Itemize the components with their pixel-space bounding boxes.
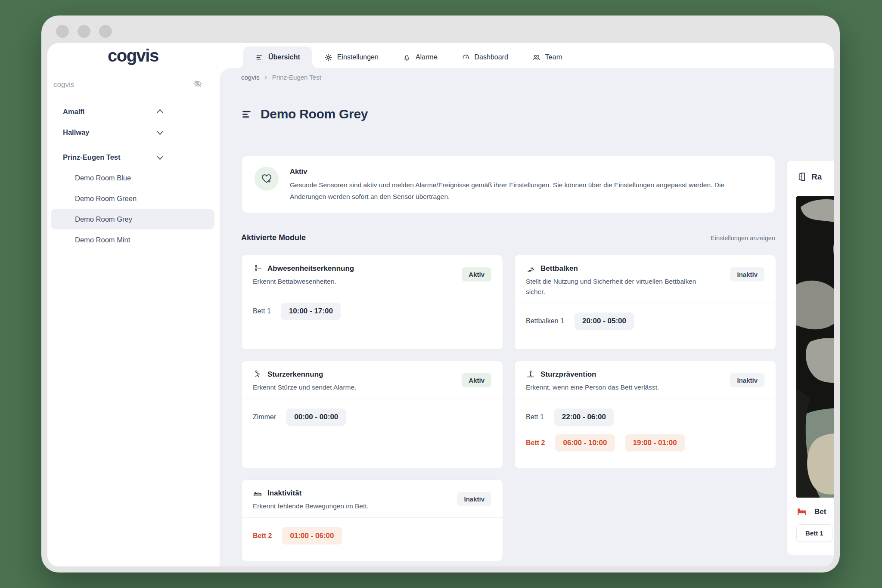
module-name: Abwesenheitserkennung [267, 264, 354, 273]
bed-legend-row: Bet [796, 506, 834, 517]
module-card-sturzpraevention: Sturzprävention Erkennt, wenn eine Perso… [514, 361, 776, 468]
time-range-chip: 22:00 - 06:00 [554, 409, 614, 426]
status-badge: Aktiv [462, 267, 491, 282]
bed-legend-label: Bet [814, 508, 826, 516]
time-range-chip-alert: 01:00 - 06:00 [282, 527, 342, 545]
schedule-label: Zimmer [253, 413, 276, 421]
window-controls [56, 25, 112, 38]
app-header: cogvis Übersicht Einstellungen [47, 43, 834, 68]
room-panel-title: Ra [811, 172, 822, 182]
module-description: Erkennt fehlende Bewegungen im Bett. [253, 501, 369, 511]
schedule-row: Bett 1 22:00 - 06:00 [526, 409, 764, 426]
main-tabs: Übersicht Einstellungen Alarme [243, 43, 574, 68]
show-settings-link[interactable]: Einstellungen anzeigen [711, 235, 775, 241]
breadcrumb-prinz-eugen-test[interactable]: Prinz-Eugen Test [272, 74, 321, 81]
module-name: Inaktivität [267, 489, 301, 498]
bed-rail-icon [526, 264, 535, 273]
chevron-down-icon[interactable] [157, 153, 164, 160]
tab-einstellungen[interactable]: Einstellungen [312, 46, 391, 68]
status-badge: Inaktiv [730, 267, 764, 282]
list-lines-icon [255, 53, 264, 62]
schedule-row-alert: Bett 2 06:00 - 10:00 19:00 - 01:00 [526, 434, 764, 452]
sidebar-item-label: Demo Room Blue [75, 174, 131, 182]
bed-inactivity-icon [253, 489, 262, 498]
module-card-inaktivitaet: Inaktivität Erkennt fehlende Bewegungen … [241, 480, 503, 561]
room-tree: Amalfi Hallway Prinz-Eugen Test Demo Roo… [51, 101, 214, 250]
time-range-chip-alert: 06:00 - 10:00 [555, 434, 615, 452]
schedule-label: Bett 2 [526, 439, 545, 447]
tab-label: Dashboard [475, 53, 508, 61]
sidebar-item-label: Demo Room Mint [75, 236, 130, 244]
sidebar-item-amalfi[interactable]: Amalfi [51, 101, 214, 122]
status-description: Gesunde Sensoren sind aktiv und melden A… [290, 179, 762, 202]
room-view-panel: Ra [786, 160, 834, 555]
modules-section-header: Aktivierte Module Einstellungen anzeigen [241, 233, 775, 242]
time-range-chip-alert: 19:00 - 01:00 [625, 434, 685, 452]
bett-1-button[interactable]: Bett 1 [796, 524, 832, 542]
people-icon [532, 53, 540, 62]
bed-icon [796, 506, 807, 517]
tab-dashboard[interactable]: Dashboard [450, 46, 520, 68]
module-description: Erkennt Stürze und sendet Alarme. [253, 382, 356, 392]
module-description: Erkennt Bettabwesenheiten. [253, 276, 354, 286]
schedule-label: Bett 1 [253, 307, 271, 315]
sidebar-item-demo-room-grey[interactable]: Demo Room Grey [51, 209, 214, 229]
module-description: Stellt die Nutzung und Sicherheit der vi… [526, 276, 707, 297]
modules-section-title: Aktivierte Module [241, 233, 306, 242]
tab-label: Alarme [416, 53, 438, 61]
eye-off-icon [193, 79, 202, 88]
list-lines-icon [241, 108, 253, 120]
app-window: cogvis Übersicht Einstellungen [41, 15, 840, 573]
door-icon [796, 172, 806, 182]
window-close-button[interactable] [56, 25, 69, 38]
status-title: Aktiv [290, 167, 762, 176]
schedule-row: Bett 1 10:00 - 17:00 [253, 303, 491, 320]
tab-team[interactable]: Team [520, 46, 574, 68]
time-range-chip: 10:00 - 17:00 [281, 303, 341, 320]
schedule-row-alert: Bett 2 01:00 - 06:00 [253, 527, 491, 545]
status-badge: Inaktiv [457, 492, 491, 506]
sidebar-item-demo-room-blue[interactable]: Demo Room Blue [51, 167, 214, 188]
status-badge: Aktiv [462, 373, 491, 387]
status-card: Aktiv Gesunde Sensoren sind aktiv und me… [241, 156, 775, 213]
window-minimize-button[interactable] [78, 25, 90, 38]
breadcrumb-cogvis[interactable]: cogvis [241, 74, 260, 81]
heart-plus-icon [255, 167, 279, 191]
logo-area: cogvis [47, 43, 220, 68]
schedule-label: Bettbalken 1 [526, 317, 564, 325]
tab-label: Übersicht [268, 53, 300, 61]
sidebar: cogvis Amalfi Hallw [47, 68, 220, 566]
module-card-sturzerkennung: Sturzerkennung Erkennt Stürze und sendet… [241, 361, 503, 468]
sidebar-item-demo-room-green[interactable]: Demo Room Green [51, 188, 214, 209]
tab-label: Einstellungen [337, 53, 379, 61]
schedule-row: Bettbalken 1 20:00 - 05:00 [526, 313, 764, 330]
sidebar-item-demo-room-mint[interactable]: Demo Room Mint [51, 229, 214, 250]
gear-icon [324, 53, 332, 62]
page-title-row: Demo Room Grey [241, 107, 775, 121]
bell-icon [403, 53, 411, 62]
tab-alarme[interactable]: Alarme [391, 46, 450, 68]
sidebar-item-label: Amalfi [63, 108, 84, 116]
window-maximize-button[interactable] [99, 25, 112, 38]
hide-sidebar-button[interactable] [193, 79, 202, 90]
schedule-label: Bett 2 [253, 532, 272, 540]
status-badge: Inaktiv [730, 373, 764, 387]
chevron-down-icon[interactable] [157, 128, 164, 135]
cogvis-logo: cogvis [108, 46, 158, 65]
sidebar-item-hallway[interactable]: Hallway [51, 122, 214, 142]
tab-uebersicht[interactable]: Übersicht [243, 46, 312, 68]
gauge-icon [462, 53, 470, 62]
chevron-up-icon[interactable] [157, 109, 164, 116]
module-name: Sturzprävention [540, 370, 596, 379]
breadcrumb: cogvis › Prinz-Eugen Test [241, 73, 775, 81]
status-text: Aktiv Gesunde Sensoren sind aktiv und me… [290, 167, 762, 202]
depth-camera-image [796, 196, 834, 498]
breadcrumb-separator: › [265, 73, 267, 81]
sidebar-item-prinz-eugen-test[interactable]: Prinz-Eugen Test [51, 147, 214, 167]
sidebar-item-label: Prinz-Eugen Test [63, 153, 121, 161]
main-content: cogvis › Prinz-Eugen Test Demo Room Grey [220, 68, 834, 566]
sidebar-item-label: Demo Room Green [75, 195, 137, 203]
module-description: Erkennt, wenn eine Person das Bett verlä… [526, 382, 659, 392]
falling-person-icon [253, 370, 262, 379]
tab-label: Team [545, 53, 562, 61]
